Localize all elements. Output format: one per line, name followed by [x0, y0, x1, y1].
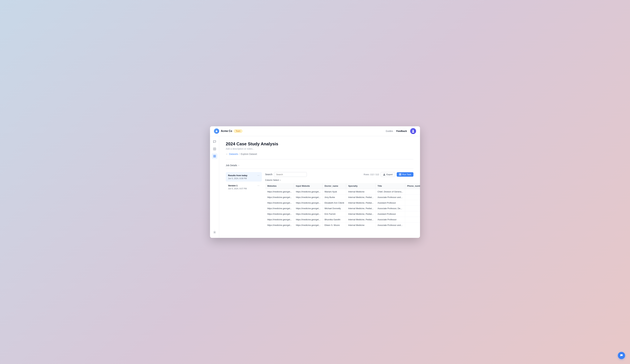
table-cell [405, 222, 420, 228]
search-label: Search [265, 173, 272, 176]
table-cell [405, 217, 420, 222]
table-cell: Associate Professor and... [376, 222, 405, 228]
svg-rect-6 [215, 155, 216, 156]
toolbar-right: Rows: 112 / 112 Export [364, 172, 414, 177]
version-1-menu-icon[interactable]: ··· [258, 184, 260, 187]
col-header-phone[interactable]: Phone_number [405, 183, 420, 189]
breadcrumb-current: Explore Dataset [241, 153, 257, 155]
table-cell: https://medicine.georget... [265, 189, 294, 194]
header-right: Guides Feedback [386, 128, 416, 134]
team-badge: Team [234, 130, 242, 133]
table-cell [405, 194, 420, 200]
table-cell: Eileen S. Moore [322, 222, 346, 228]
versions-panel: Results from today ··· Jun 5, 2024, 8:08… [226, 172, 262, 228]
svg-rect-12 [399, 174, 400, 175]
table-header-row: Websites Input Website Doctor_name Speci… [265, 183, 420, 189]
table-cell: https://medicine.georget... [265, 222, 294, 228]
table-cell: Internal Medicine [346, 189, 376, 194]
table-cell: Michael Donnelly [322, 206, 346, 211]
version-item-1-header: Version 1 ··· [228, 184, 260, 187]
results-layout: Results from today ··· Jun 5, 2024, 8:08… [226, 172, 414, 228]
table-cell: https://medicine.georget... [294, 217, 322, 222]
table-cell: https://medicine.georget... [294, 200, 322, 206]
table-row: https://medicine.georget...https://medic… [265, 200, 420, 206]
sidebar [210, 136, 219, 238]
col-header-title[interactable]: Title [376, 183, 405, 189]
table-cell: Chief, Division of Genera... [376, 189, 405, 194]
col-header-specialty[interactable]: Specialty [346, 183, 376, 189]
column-select-label: Column Select [265, 179, 279, 181]
breadcrumb-back-arrow: ← [226, 153, 228, 155]
settings-icon[interactable] [212, 229, 218, 235]
table-cell [405, 189, 420, 194]
table-cell: https://medicine.georget... [265, 194, 294, 200]
col-header-input-website[interactable]: Input Website [294, 183, 322, 189]
table-cell: https://medicine.georget... [294, 194, 322, 200]
svg-rect-8 [215, 156, 216, 157]
run-task-button[interactable]: Run Task [397, 172, 414, 177]
sidebar-item-grid[interactable] [212, 153, 218, 159]
table-cell: https://medicine.georget... [265, 206, 294, 211]
table-row: https://medicine.georget...https://medic… [265, 217, 420, 222]
svg-rect-11 [400, 174, 401, 174]
table-cell: Assistant Professor [376, 211, 405, 217]
table-row: https://medicine.georget...https://medic… [265, 206, 420, 211]
sidebar-item-chat[interactable] [212, 139, 218, 145]
data-table: Websites Input Website Doctor_name Speci… [265, 183, 420, 228]
table-cell: https://medicine.georget... [265, 217, 294, 222]
data-area: Search Rows: 112 / 112 Export [265, 172, 414, 228]
chat-bubble-icon [620, 354, 623, 357]
company-logo [214, 128, 219, 134]
table-cell: Internal Medicine, Pediat... [346, 217, 376, 222]
table-cell: Amy Burke [322, 194, 346, 200]
table-cell: Assistant Professor [376, 200, 405, 206]
column-select-bar[interactable]: Column Select › [265, 179, 414, 181]
table-row: https://medicine.georget...https://medic… [265, 211, 420, 217]
svg-point-1 [412, 130, 414, 131]
export-button[interactable]: Export [380, 172, 395, 177]
app-window: Acme Co Team Guides Feedback [210, 126, 420, 238]
data-toolbar: Search Rows: 112 / 112 Export [265, 172, 414, 177]
table-row: https://medicine.georget...https://medic… [265, 194, 420, 200]
version-item-1[interactable]: Version 1 ··· Jun 5, 2024, 8:07 PM [226, 182, 262, 192]
version-0-menu-icon[interactable]: ··· [258, 174, 260, 177]
user-avatar[interactable] [410, 128, 416, 134]
col-header-doctor-name[interactable]: Doctor_name [322, 183, 346, 189]
table-cell: https://medicine.georget... [294, 206, 322, 211]
table-cell: https://medicine.georget... [265, 211, 294, 217]
sidebar-item-add[interactable] [212, 146, 218, 152]
feedback-button[interactable]: Feedback [396, 130, 407, 132]
table-cell: Associate Professor and... [376, 194, 405, 200]
breadcrumb-separator: / [239, 153, 240, 155]
table-cell: Internal Medicine [346, 222, 376, 228]
table-row: https://medicine.georget...https://medic… [265, 189, 420, 194]
version-item-0-header: Results from today ··· [228, 174, 260, 177]
table-cell: Bhumika Gandhi [322, 217, 346, 222]
col-header-websites[interactable]: Websites [265, 183, 294, 189]
search-area: Search [265, 172, 307, 177]
table-row: https://medicine.georget...https://medic… [265, 222, 420, 228]
table-cell: Associate Professor, De... [376, 206, 405, 211]
version-1-name: Version 1 [228, 184, 238, 187]
version-1-date: Jun 5, 2024, 8:07 PM [228, 188, 260, 190]
guides-link[interactable]: Guides [386, 130, 393, 132]
table-cell: https://medicine.georget... [265, 200, 294, 206]
search-input[interactable] [274, 172, 307, 177]
breadcrumb-datasets-link[interactable]: Datasets [229, 153, 238, 155]
page-description[interactable]: Add a description or notes... [226, 148, 414, 150]
header: Acme Co Team Guides Feedback [210, 126, 420, 136]
version-0-name: Results from today [228, 174, 248, 177]
chat-bubble-button[interactable] [618, 352, 625, 359]
rows-count: Rows: 112 / 112 [364, 173, 379, 176]
download-icon [383, 173, 386, 176]
divider [226, 159, 414, 160]
table-cell: Elizabeth Ann Cilenti [322, 200, 346, 206]
table-cell: https://medicine.georget... [294, 189, 322, 194]
table-cell: Mariam Ayub [322, 189, 346, 194]
svg-rect-13 [400, 174, 401, 175]
job-details-bar[interactable]: Job Details › [226, 162, 414, 169]
table-cell [405, 211, 420, 217]
svg-rect-5 [214, 155, 214, 156]
version-item-0[interactable]: Results from today ··· Jun 5, 2024, 8:08… [226, 172, 262, 182]
job-details-label: Job Details [226, 164, 237, 167]
